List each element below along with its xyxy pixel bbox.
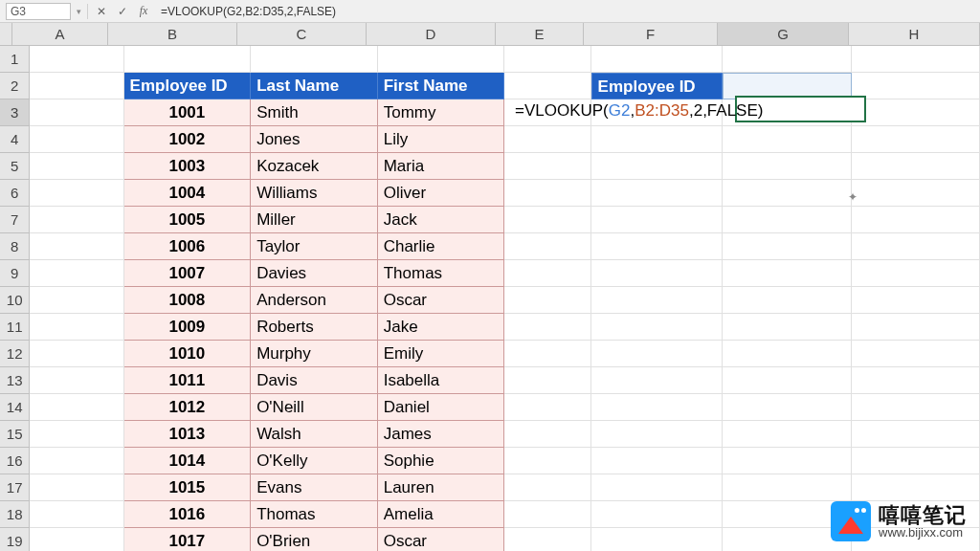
row-header-8[interactable]: 8	[0, 233, 30, 260]
cell-F6[interactable]	[591, 180, 723, 207]
cell-G14[interactable]	[723, 394, 851, 421]
row-header-12[interactable]: 12	[0, 341, 30, 367]
cell-A8[interactable]	[30, 233, 123, 260]
fx-icon[interactable]: fx	[136, 4, 151, 19]
row-header-6[interactable]: 6	[0, 180, 30, 207]
cell-G1[interactable]	[723, 46, 851, 73]
cell-F14[interactable]	[591, 394, 723, 421]
cell-A3[interactable]	[30, 99, 123, 126]
cell-C12[interactable]: Murphy	[251, 341, 378, 367]
cell-G11[interactable]	[723, 314, 851, 341]
cell-C4[interactable]: Jones	[251, 126, 378, 153]
cell-C17[interactable]: Evans	[251, 474, 378, 501]
cell-D1[interactable]	[378, 46, 505, 73]
cell-H17[interactable]	[852, 474, 980, 501]
cell-E10[interactable]	[504, 287, 590, 314]
cell-G7[interactable]	[723, 207, 851, 233]
column-header-B[interactable]: B	[108, 23, 237, 46]
cell-B5[interactable]: 1003	[124, 153, 252, 180]
cell-F9[interactable]	[591, 260, 723, 287]
row-header-10[interactable]: 10	[0, 287, 30, 314]
cell-C3[interactable]: Smith	[251, 99, 378, 126]
cell-G5[interactable]	[723, 153, 851, 180]
cell-F7[interactable]	[591, 207, 723, 233]
cell-H11[interactable]	[852, 314, 980, 341]
cell-A6[interactable]	[30, 180, 123, 207]
cell-F4[interactable]	[591, 126, 723, 153]
cell-E7[interactable]	[504, 207, 590, 233]
cell-F18[interactable]	[591, 501, 723, 528]
cell-A9[interactable]	[30, 260, 123, 287]
cell-A11[interactable]	[30, 314, 123, 341]
row-header-5[interactable]: 5	[0, 153, 30, 180]
cell-F8[interactable]	[591, 233, 723, 260]
cell-B12[interactable]: 1010	[124, 341, 252, 367]
cell-C18[interactable]: Thomas	[251, 501, 378, 528]
cell-H15[interactable]	[852, 421, 980, 448]
cell-B3[interactable]: 1001	[124, 99, 252, 126]
cell-D3[interactable]: Tommy	[378, 99, 505, 126]
cell-A10[interactable]	[30, 287, 123, 314]
row-header-13[interactable]: 13	[0, 367, 30, 394]
accept-formula-icon[interactable]: ✓	[115, 4, 130, 19]
cell-G8[interactable]	[723, 233, 851, 260]
cell-C10[interactable]: Anderson	[251, 287, 378, 314]
cell-F1[interactable]	[591, 46, 723, 73]
cell-E17[interactable]	[504, 474, 590, 501]
cell-F17[interactable]	[591, 474, 723, 501]
cell-H6[interactable]	[852, 180, 980, 207]
column-header-C[interactable]: C	[237, 23, 367, 46]
cell-B7[interactable]: 1005	[124, 207, 252, 233]
cell-A2[interactable]	[30, 73, 123, 99]
cell-C9[interactable]: Davies	[251, 260, 378, 287]
cell-C6[interactable]: Williams	[251, 180, 378, 207]
cell-F5[interactable]	[591, 153, 723, 180]
cell-A5[interactable]	[30, 153, 123, 180]
cell-D11[interactable]: Jake	[378, 314, 505, 341]
cell-A14[interactable]	[30, 394, 123, 421]
select-all-corner[interactable]	[0, 23, 12, 46]
cell-E19[interactable]	[504, 528, 590, 551]
cell-B1[interactable]	[124, 46, 252, 73]
cell-D16[interactable]: Sophie	[378, 448, 505, 474]
cell-H4[interactable]	[852, 126, 980, 153]
cell-C11[interactable]: Roberts	[251, 314, 378, 341]
cell-H2[interactable]	[852, 73, 980, 99]
cell-D17[interactable]: Lauren	[378, 474, 505, 501]
row-header-16[interactable]: 16	[0, 448, 30, 474]
cell-F13[interactable]	[591, 367, 723, 394]
cell-H9[interactable]	[852, 260, 980, 287]
row-header-2[interactable]: 2	[0, 73, 30, 99]
cell-D14[interactable]: Daniel	[378, 394, 505, 421]
cell-G6[interactable]	[723, 180, 851, 207]
cell-H3[interactable]	[852, 99, 980, 126]
formula-bar[interactable]: =VLOOKUP(G2,B2:D35,2,FALSE)	[157, 5, 974, 18]
column-header-E[interactable]: E	[496, 23, 584, 46]
row-header-15[interactable]: 15	[0, 421, 30, 448]
cell-A15[interactable]	[30, 421, 123, 448]
cell-G12[interactable]	[723, 341, 851, 367]
cell-C14[interactable]: O'Neill	[251, 394, 378, 421]
column-header-H[interactable]: H	[849, 23, 980, 46]
cell-B15[interactable]: 1013	[124, 421, 252, 448]
cell-H5[interactable]	[852, 153, 980, 180]
cell-C1[interactable]	[251, 46, 378, 73]
cell-D18[interactable]: Amelia	[378, 501, 505, 528]
cell-G9[interactable]	[723, 260, 851, 287]
cell-E8[interactable]	[504, 233, 590, 260]
cell-H10[interactable]	[852, 287, 980, 314]
cell-F16[interactable]	[591, 448, 723, 474]
cell-D10[interactable]: Oscar	[378, 287, 505, 314]
row-header-14[interactable]: 14	[0, 394, 30, 421]
cell-B8[interactable]: 1006	[124, 233, 252, 260]
cell-B4[interactable]: 1002	[124, 126, 252, 153]
cell-B18[interactable]: 1016	[124, 501, 252, 528]
cell-C2[interactable]: Last Name	[251, 73, 378, 99]
cell-E18[interactable]	[504, 501, 590, 528]
cell-E6[interactable]	[504, 180, 590, 207]
cell-G13[interactable]	[723, 367, 851, 394]
cell-C8[interactable]: Taylor	[251, 233, 378, 260]
cell-F19[interactable]	[591, 528, 723, 551]
cell-C15[interactable]: Walsh	[251, 421, 378, 448]
cell-E13[interactable]	[504, 367, 590, 394]
